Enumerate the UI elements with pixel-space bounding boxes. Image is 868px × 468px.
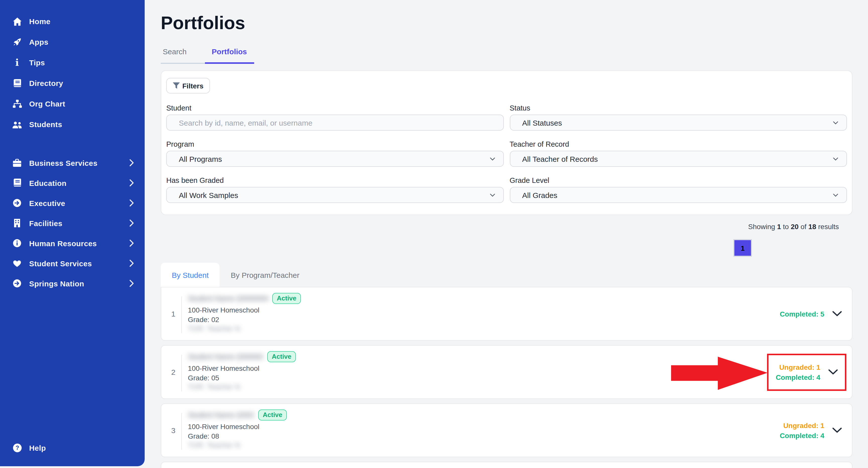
summary-total: 18: [808, 223, 816, 230]
sidebar-item-label: Directory: [29, 79, 63, 87]
student-row[interactable]: 2 Student Name (00000000) Active 100-Riv…: [161, 345, 852, 399]
page-title: Portfolios: [161, 12, 868, 34]
svg-text:?: ?: [15, 445, 19, 451]
status-select[interactable]: All Statuses: [509, 115, 847, 131]
sidebar-spacer: [0, 135, 145, 153]
chevron-down-icon[interactable]: [832, 311, 842, 316]
student-row[interactable]: Student Name (00000000) Active: [161, 462, 852, 468]
grade-text: Grade: 02: [188, 315, 301, 324]
results-summary: Showing 1 to 20 of 18 results: [161, 223, 852, 230]
chevron-down-icon[interactable]: [828, 369, 838, 375]
sidebar-item-label: Student Services: [29, 259, 92, 268]
sidebar-item-executive[interactable]: Executive: [0, 193, 145, 213]
teacher-select-value: All Teacher of Records: [522, 155, 598, 163]
chevron-right-icon: [130, 260, 134, 267]
program-select[interactable]: All Programs: [166, 151, 503, 167]
book-icon: [12, 78, 22, 88]
sidebar-item-directory[interactable]: Directory: [0, 73, 145, 93]
chevron-right-icon: [130, 199, 134, 207]
annotation-highlight-box[interactable]: Ungraded: 1 Completed: 4: [767, 353, 846, 391]
program-text: 100-River Homeschool: [188, 364, 296, 373]
teacher-select[interactable]: All Teacher of Records: [509, 151, 847, 167]
sidebar-item-home[interactable]: Home: [0, 11, 145, 32]
chevron-down-icon: [833, 157, 838, 160]
chevron-down-icon: [833, 121, 838, 124]
tab-by-student[interactable]: By Student: [161, 263, 220, 287]
summary-text: results: [816, 223, 839, 230]
results-view-tabs: By Student By Program/Teacher: [161, 263, 868, 287]
chevron-down-icon: [490, 193, 495, 197]
sidebar-item-org-chart[interactable]: Org Chart: [0, 93, 145, 114]
teacher-label: Teacher of Record: [509, 140, 847, 148]
filters-button[interactable]: Filters: [166, 78, 210, 93]
program-text: 100-River Homeschool: [188, 422, 287, 432]
tab-portfolios[interactable]: Portfolios: [205, 43, 254, 64]
filters-panel: Filters Student Program All Programs: [161, 70, 852, 215]
heart-icon: [12, 258, 22, 268]
tab-search[interactable]: Search: [161, 43, 205, 64]
building-icon: [12, 218, 22, 228]
funnel-icon: [173, 83, 180, 89]
arrow-circle-right-icon: [12, 198, 22, 208]
sidebar-item-student-services[interactable]: Student Services: [0, 253, 145, 273]
sidebar-item-springs-nation[interactable]: Springs Nation: [0, 273, 145, 293]
filters-button-label: Filters: [182, 82, 204, 90]
sidebar-item-help[interactable]: ? Help: [0, 438, 145, 458]
sidebar-item-label: Help: [29, 444, 46, 452]
org-chart-icon: [12, 99, 22, 109]
sidebar-item-label: Tips: [29, 58, 45, 67]
sidebar-item-facilities[interactable]: Facilities: [0, 213, 145, 233]
graded-select-value: All Work Samples: [179, 191, 238, 199]
chevron-right-icon: [130, 159, 134, 166]
student-row[interactable]: 1 Student Name (00000000) Active 100-Riv…: [161, 287, 852, 341]
ungraded-count: Ungraded: 1: [780, 420, 824, 430]
sidebar-item-label: Students: [29, 120, 62, 129]
grade-text: Grade: 05: [188, 373, 296, 383]
chevron-right-icon: [130, 240, 134, 247]
graded-select[interactable]: All Work Samples: [166, 187, 503, 203]
sidebar-item-label: Executive: [29, 199, 65, 207]
sidebar-item-label: Education: [29, 179, 67, 187]
student-search-input[interactable]: [166, 115, 503, 131]
sidebar: Home Apps i Tips Directory Org Chart: [0, 0, 145, 466]
grade-level-select[interactable]: All Grades: [509, 187, 847, 203]
chevron-down-icon: [490, 157, 495, 160]
sidebar-item-apps[interactable]: Apps: [0, 32, 145, 52]
summary-text: to: [781, 223, 791, 230]
sidebar-item-label: Apps: [29, 38, 49, 46]
summary-to: 20: [791, 223, 799, 230]
tor-redacted: TOR: Teacher Name: [188, 441, 240, 449]
completed-count: Completed: 4: [780, 430, 824, 440]
student-label: Student: [166, 104, 503, 112]
row-index: 1: [169, 310, 177, 318]
graded-label: Has been Graded: [166, 176, 503, 184]
sidebar-item-tips[interactable]: i Tips: [0, 52, 145, 73]
grade-level-label: Grade Level: [509, 176, 847, 184]
sidebar-item-education[interactable]: Education: [0, 173, 145, 193]
status-badge: Active: [272, 293, 301, 304]
sidebar-item-human-resources[interactable]: Human Resources: [0, 233, 145, 253]
sidebar-item-students[interactable]: Students: [0, 114, 145, 135]
main-content: Portfolios Search Portfolios Filters Stu…: [145, 0, 868, 468]
tor-redacted: TOR: Teacher Name: [188, 383, 240, 391]
row-index: 3: [169, 426, 177, 435]
program-select-value: All Programs: [179, 155, 222, 163]
chevron-right-icon: [130, 280, 134, 287]
student-name-redacted: Student Name (00000000): [188, 410, 254, 420]
arrow-circle-right-icon: [12, 278, 22, 288]
grade-text: Grade: 08: [188, 432, 287, 441]
users-icon: [12, 119, 22, 129]
sidebar-item-label: Home: [29, 17, 51, 26]
summary-text: Showing: [748, 223, 777, 230]
status-badge: Active: [258, 410, 287, 421]
app-window: Home Apps i Tips Directory Org Chart: [0, 0, 868, 468]
chevron-down-icon[interactable]: [832, 428, 842, 433]
info-icon: i: [12, 58, 22, 68]
sidebar-item-business-services[interactable]: Business Services: [0, 153, 145, 173]
tab-by-program-teacher[interactable]: By Program/Teacher: [220, 263, 310, 287]
page-1-button[interactable]: 1: [733, 239, 752, 257]
home-icon: [12, 16, 22, 26]
status-select-value: All Statuses: [522, 118, 562, 127]
chevron-right-icon: [130, 179, 134, 186]
student-row[interactable]: 3 Student Name (00000000) Active 100-Riv…: [161, 403, 852, 457]
